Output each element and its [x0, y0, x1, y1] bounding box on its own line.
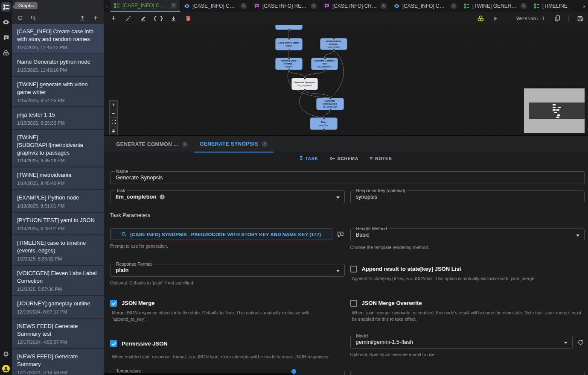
- panel-resize-handle[interactable]: [291, 369, 296, 374]
- new-graph-button[interactable]: +: [92, 14, 99, 22]
- add-node-button[interactable]: +: [110, 15, 117, 22]
- list-item[interactable]: [CASE_INFO] Create case info with story …: [12, 24, 104, 53]
- tabs-scroll-left[interactable]: ‹: [104, 0, 111, 12]
- json-merge-overwrite-checkbox[interactable]: [350, 300, 357, 307]
- node-task: snippet: [285, 65, 292, 68]
- node-generate-introduction[interactable]: Generate Introduction llm_completion: [316, 98, 344, 110]
- settings-button[interactable]: [1, 349, 11, 359]
- edit-button[interactable]: [140, 15, 147, 22]
- chevron-down-icon: [564, 342, 568, 344]
- list-item[interactable]: [TWINE] metroidvania 1/14/2025, 9:45:40 …: [12, 167, 104, 189]
- close-tab-icon[interactable]: ×: [241, 3, 247, 9]
- upload-icon: [79, 15, 85, 21]
- node-filter[interactable]: Filter state_filter: [310, 117, 338, 130]
- tab-case-info-create-graph[interactable]: [CASE_INFO] CRE... ×: [111, 0, 180, 12]
- zoom-in-button[interactable]: +: [110, 101, 117, 109]
- fit-view-button[interactable]: [110, 118, 117, 126]
- name-label: Name: [114, 169, 130, 174]
- refresh-models-button[interactable]: [576, 338, 585, 346]
- close-tab-icon[interactable]: ×: [521, 3, 527, 9]
- node-load-story-format[interactable]: Load Story Format snippet: [275, 38, 303, 50]
- node-generate-common-info[interactable]: Generate Common Info llm_completion: [311, 58, 338, 70]
- list-item[interactable]: [JOURNEY] gameplay outline 12/19/2024, 8…: [12, 296, 104, 318]
- search-button[interactable]: [29, 14, 37, 22]
- eye-nav-button[interactable]: [1, 18, 11, 27]
- comment-plus-icon: [3, 35, 9, 41]
- list-item[interactable]: [TIMELINE] case to timeline (events, edg…: [12, 235, 104, 265]
- tab-case-info-review[interactable]: [CASE INFO] REVI... ×: [250, 0, 320, 12]
- prompt-select[interactable]: [CASE INFO] SYNOPSIS - PSEUDOCODE WITH S…: [110, 229, 332, 240]
- tab-twine-generate[interactable]: [TWINE] GENERAT... ×: [460, 0, 530, 12]
- minimap[interactable]: [524, 88, 585, 133]
- response-format-select[interactable]: Response Format plain: [110, 264, 345, 277]
- list-item[interactable]: [TWINE][SUBGRAPH]metroidvania graphviz t…: [12, 130, 104, 167]
- graph-timestamp: 1/15/2025, 9:29:33 PM: [17, 120, 99, 126]
- node-mystery-style-format[interactable]: Mystery Style Format... snippet: [275, 58, 303, 70]
- permissive-json-checkbox[interactable]: [110, 340, 117, 347]
- close-tab-icon[interactable]: ×: [171, 3, 177, 9]
- node-random-name-generator[interactable]: random name genera... exec_python: [320, 38, 347, 50]
- zoom-out-button[interactable]: −: [110, 109, 117, 118]
- response-key-field[interactable]: Response Key (optional) synopsis: [350, 190, 585, 203]
- list-item[interactable]: [VOICEGEN] Eleven Labs Label Correction …: [12, 266, 104, 295]
- export-button[interactable]: [169, 15, 177, 22]
- node-state-rekey[interactable]: state_rekey: [275, 25, 303, 30]
- list-item[interactable]: Name Generator python node 1/20/2025, 11…: [12, 54, 104, 76]
- json-merge-checkbox[interactable]: [110, 300, 117, 307]
- list-item[interactable]: [TWINE] generate with video game writer …: [12, 77, 104, 106]
- chevron-down-icon: [336, 270, 340, 272]
- prompts-nav-button[interactable]: [1, 33, 11, 42]
- tab-case-info-create-view[interactable]: [CASE_INFO] CRE... ×: [180, 0, 250, 12]
- tab-label: [CASE INFO] CRE...: [332, 3, 378, 9]
- seed-field[interactable]: Seed: [350, 371, 585, 375]
- user-avatar[interactable]: [2, 365, 10, 372]
- graphs-nav-button[interactable]: [1, 2, 11, 12]
- duplicate-version-button[interactable]: [553, 15, 561, 22]
- chains-nav-button[interactable]: [1, 48, 11, 58]
- close-node-tab-icon[interactable]: ×: [182, 141, 188, 147]
- auto-layout-button[interactable]: [125, 15, 132, 22]
- tab-notes[interactable]: ≡ NOTES: [370, 155, 392, 161]
- tab-timeline[interactable]: [TIMELINE: [530, 0, 580, 12]
- node-task: llm_completion: [323, 105, 337, 108]
- list-item[interactable]: [PYTHON TEST] yaml to JSON 1/13/2025, 8:…: [12, 213, 104, 234]
- graph-timestamp: 1/20/2025, 11:45:12 PM: [17, 45, 99, 50]
- close-node-tab-icon[interactable]: ×: [262, 141, 268, 147]
- delete-graph-button[interactable]: [184, 15, 192, 22]
- list-item[interactable]: [NEWS FEED] Generate Summary test 12/17/…: [12, 319, 104, 348]
- close-tab-icon[interactable]: ×: [311, 3, 317, 9]
- graph-canvas[interactable]: state_rekey Load Story Format snippet ra…: [104, 25, 588, 136]
- response-key-label: Response Key (optional): [355, 188, 407, 193]
- import-graph-button[interactable]: [79, 14, 86, 22]
- run-graph-button[interactable]: [492, 15, 500, 22]
- close-tab-icon[interactable]: ×: [381, 3, 387, 9]
- node-tab-generate-synopsis[interactable]: GENERATE SYNOPSIS ×: [194, 136, 274, 152]
- tabs-scroll-right[interactable]: ›: [580, 0, 588, 12]
- list-item[interactable]: [NEWS FEED] Generate Summary 12/17/2024,…: [12, 349, 104, 375]
- node-tab-generate-common[interactable]: GENERATE COMMON ... ×: [110, 136, 194, 152]
- list-item[interactable]: jinja tester 1-15 1/15/2025, 9:29:33 PM: [12, 107, 104, 129]
- render-method-select[interactable]: Render Method Basic: [350, 229, 585, 241]
- model-select[interactable]: Model gemini/gemini-1.5-flash: [350, 336, 573, 349]
- new-prompt-button[interactable]: [336, 230, 345, 239]
- close-tab-icon[interactable]: ×: [451, 3, 457, 9]
- name-field[interactable]: Name Generate Synopsis: [110, 171, 585, 184]
- node-generate-synopsis[interactable]: Generate Synopsis llm_completion: [291, 78, 318, 90]
- lock-button[interactable]: [110, 126, 117, 135]
- sidebar-header: Graphs Graphs: [12, 0, 104, 12]
- tab-case-info-create-view-2[interactable]: [CASE_INFO] CRE... ×: [390, 0, 460, 12]
- save-button[interactable]: [576, 15, 584, 22]
- tab-case-info-create-prompt[interactable]: [CASE INFO] CRE... ×: [320, 0, 390, 12]
- graph-timestamp: 1/13/2025, 8:43:01 PM: [17, 226, 99, 231]
- tab-schema[interactable]: SCHEMA: [329, 155, 358, 161]
- append-to-key-checkbox[interactable]: [350, 266, 357, 272]
- chain-run-button[interactable]: [477, 15, 485, 22]
- refresh-button[interactable]: [16, 14, 24, 22]
- task-select[interactable]: Task llm_completion: [110, 190, 345, 203]
- list-item[interactable]: [EXAMPLE] Python node 1/13/2025, 8:51:01…: [12, 190, 104, 212]
- model-helper: Optional. Specify an override model to u…: [350, 352, 585, 358]
- tab-task[interactable]: Σ TASK: [300, 155, 318, 161]
- horizontal-scrollbar[interactable]: [105, 373, 294, 375]
- json-view-button[interactable]: { }: [154, 15, 162, 22]
- info-icon[interactable]: [159, 194, 165, 200]
